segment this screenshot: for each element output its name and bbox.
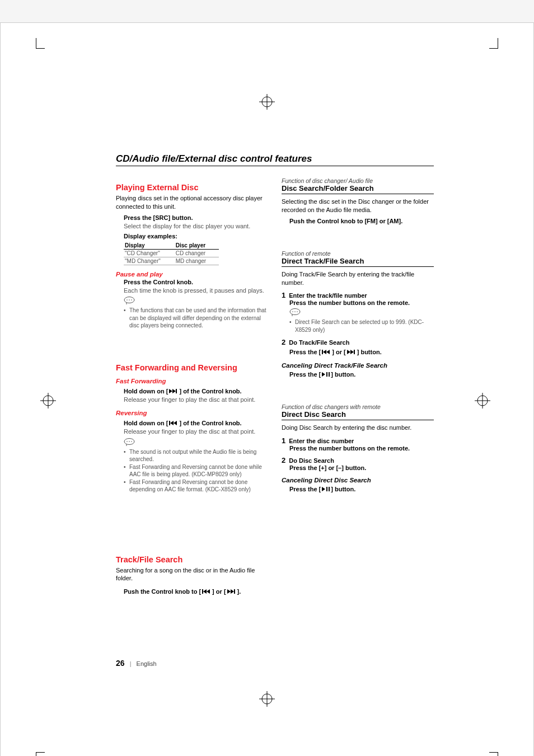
func-disc-changers-remote: Function of disc changers with remote [282,403,434,410]
page-footer: 26 | English [116,659,157,668]
press-src-label: Press the [SRC] button. [124,214,268,221]
crop-mark-tl [26,38,45,57]
svg-rect-31 [234,589,235,594]
play-pause-icon [322,371,330,378]
heading-disc-folder-search: Disc Search/Folder Search [282,184,434,194]
step-2-sub: Press the [+] or [–] button. [289,464,434,471]
step-1: 1 Enter the disc number [282,436,434,445]
svg-marker-38 [326,350,330,354]
table-cell: MD changer [175,257,219,265]
register-mark-top [259,94,275,110]
svg-marker-45 [322,487,325,491]
cancel-direct-track-press: Press the [ ] button. [289,371,355,378]
svg-marker-29 [227,589,231,594]
playing-intro: Playing discs set in the optional access… [116,194,268,211]
content: CD/Audio file/External disc control feat… [116,153,434,596]
svg-marker-21 [174,421,177,425]
trackfile-intro: Searching for a song on the disc or in t… [116,566,268,583]
rev-hold-instruction: Hold down on [ ] of the Control knob. [124,420,242,426]
reversing-heading: Reversing [116,410,268,416]
prev-track-icon [169,420,178,426]
svg-marker-40 [350,350,354,354]
step-1-sub: Press the number buttons on the remote. [289,299,434,306]
svg-rect-43 [326,372,327,377]
note-list: The functions that can be used and the i… [124,307,268,330]
svg-marker-28 [207,589,210,594]
svg-rect-36 [322,350,323,354]
svg-point-23 [127,441,128,442]
svg-point-13 [127,300,128,301]
svg-point-33 [292,312,293,313]
note-item: Direct File Search can be selected up to… [289,318,434,334]
directdisc-intro: Doing Disc Search by entering the disc n… [282,424,434,432]
prev-track-icon [202,588,211,595]
svg-rect-44 [329,372,330,377]
note-icon [289,308,299,316]
svg-rect-47 [329,487,330,491]
func-disc-changer-audio: Function of disc changer/ Audio file [282,177,434,184]
step-number: 2 [282,456,285,464]
trackfile-push-instruction: Push the Control knob to [ ] or [ ]. [124,588,241,595]
table-cell: "MD Changer" [124,257,175,265]
step-2: 2 Do Disc Search [282,456,434,464]
step-1-sub: Press the number buttons on the remote. [289,445,434,452]
page-language: English [137,660,157,667]
step-title: Enter the disc number [289,438,354,444]
svg-point-25 [131,441,132,442]
step-number: 1 [282,436,285,445]
svg-rect-46 [326,487,327,491]
register-mark-right [475,393,490,408]
svg-marker-39 [347,350,350,354]
crop-mark-br [489,744,508,756]
ff-release-text: Release your finger to play the disc at … [124,396,268,404]
table-header-player: Disc player [175,242,219,250]
svg-rect-41 [354,350,355,354]
table-cell: "CD Changer" [124,249,175,257]
svg-marker-30 [231,589,234,594]
display-examples-label: Display examples: [124,233,268,240]
discfolder-push: Push the Control knob to [FM] or [AM]. [289,218,434,224]
crop-mark-bl [26,744,45,756]
prev-track-icon [322,349,331,355]
table-header-display: Display [124,242,175,250]
ff-hold-instruction: Hold down on [ ] of the Control knob. [124,388,242,395]
directtrack-intro: Doing Track/File Search by entering the … [282,270,434,287]
step-2-press: Press the [ ] or [ ] button. [289,349,382,355]
right-column: Function of disc changer/ Audio file Dis… [282,175,434,596]
svg-point-34 [294,312,296,313]
note-item: Fast Forwarding and Reversing cannot be … [124,463,268,478]
section-fast-forwarding: Fast Forwarding and Reversing [116,363,268,372]
step-title: Do Disc Search [289,457,334,464]
cancel-direct-disc-press: Press the [ ] button. [289,486,355,492]
register-mark-bottom [259,691,275,707]
section-playing-external-disc: Playing External Disc [116,183,268,192]
next-track-icon [169,388,178,395]
svg-marker-20 [170,421,174,425]
discfolder-intro: Selecting the disc set in the Disc chang… [282,198,434,214]
step-title: Enter the track/file number [289,292,367,299]
svg-marker-42 [322,372,325,377]
next-track-icon [227,588,236,595]
step-number: 2 [282,338,285,346]
svg-marker-27 [203,589,207,594]
note-item: The functions that can be used and the i… [124,307,268,330]
press-control-knob: Press the Control knob. [124,279,268,285]
section-track-file-search: Track/File Search [116,555,268,564]
note-item: The sound is not output while the Audio … [124,448,268,463]
note-list: The sound is not output while the Audio … [124,448,268,494]
select-display-text: Select the display for the disc player y… [124,222,268,231]
step-title: Do Track/File Search [289,339,349,346]
svg-point-24 [129,441,130,442]
svg-marker-17 [172,389,176,393]
svg-point-15 [131,300,132,301]
step-number: 1 [282,291,285,299]
table-row: "MD Changer" MD changer [124,257,219,265]
note-icon [124,438,134,446]
register-mark-left [40,393,56,408]
table-row: "CD Changer" CD changer [124,249,219,257]
footer-divider: | [130,660,132,667]
svg-marker-16 [169,389,172,393]
svg-point-14 [129,300,130,301]
crop-mark-tr [489,38,508,57]
svg-rect-26 [202,589,203,594]
